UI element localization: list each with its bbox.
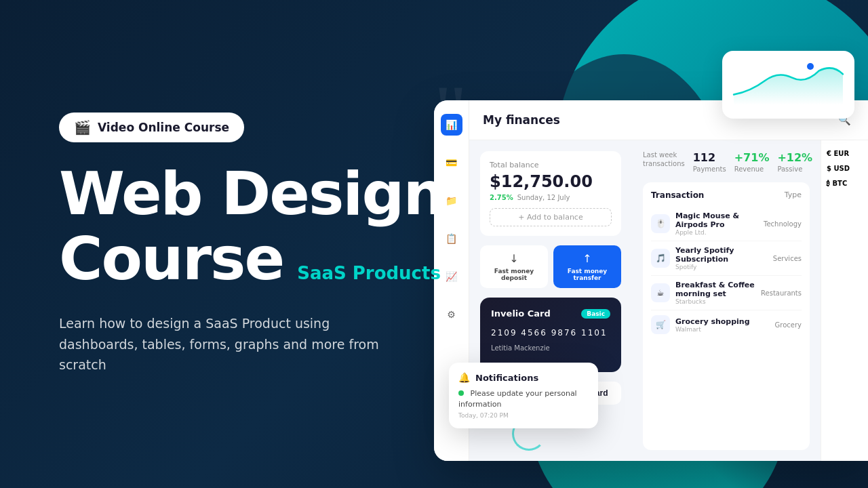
chart-dot — [807, 63, 814, 70]
stat-payments-value: 112 — [693, 151, 726, 164]
card-badge: Basic — [581, 309, 610, 319]
transactions-type-label: Type — [785, 190, 802, 200]
dashboard-right-panel: Last week transactions 112 Payments +71%… — [632, 140, 821, 461]
card-header: Invelio Card Basic — [491, 308, 610, 319]
stat-revenue-value: +71% — [734, 151, 770, 164]
stat-revenue: +71% Revenue — [734, 151, 770, 173]
transaction-icon-1: 🎵 — [651, 249, 670, 268]
transfer-label: Fast money transfer — [559, 268, 616, 281]
transaction-type-1: Services — [773, 255, 802, 262]
transaction-item-1[interactable]: 🎵 Yearly Spotify Subscription Spotify Se… — [651, 241, 802, 276]
stat-passive-label: Passive — [777, 165, 812, 173]
transaction-type-0: Technology — [764, 220, 802, 228]
transaction-item-2[interactable]: ☕ Breakfast & Coffee morning set Starbuc… — [651, 276, 802, 310]
transaction-info-3: Grocery shopping Walmart — [675, 317, 770, 333]
transactions-title: Transaction — [651, 190, 704, 200]
transfer-card[interactable]: ↑ Fast money transfer — [553, 245, 621, 288]
stat-transactions-label: Last week — [643, 151, 685, 159]
transaction-item-3[interactable]: 🛒 Grocery shopping Walmart Grocery — [651, 310, 802, 339]
currency-btc[interactable]: ₿ BTC — [827, 180, 863, 188]
transaction-icon-3: 🛒 — [651, 315, 670, 334]
transfer-icon: ↑ — [583, 252, 591, 265]
add-balance-button[interactable]: + Add to balance — [490, 208, 612, 226]
balance-card: Total balance $12,750.00 2.75% Sunday, 1… — [480, 151, 621, 236]
transaction-item[interactable]: 🖱️ Magic Mouse & Airpods Pro Apple Ltd. … — [651, 207, 802, 241]
hero-section: 🎬 Video Online Course Web Design Course … — [59, 0, 466, 488]
balance-change: 2.75% — [490, 194, 513, 201]
deposit-icon: ↓ — [509, 252, 518, 265]
transaction-name-0: Magic Mouse & Airpods Pro — [675, 211, 758, 229]
card-holder: Letitia Mackenzie — [491, 344, 610, 352]
card-name: Invelio Card — [491, 308, 551, 319]
transaction-type-2: Restaurants — [761, 289, 802, 297]
dashboard-title: My finances — [483, 113, 560, 127]
transaction-info-0: Magic Mouse & Airpods Pro Apple Ltd. — [675, 211, 758, 236]
transaction-name-3: Grocery shopping — [675, 317, 770, 326]
notification-message: Please update your personal information — [458, 388, 589, 409]
notification-popup: 🔔 Notifications Please update your perso… — [449, 363, 598, 428]
notification-time: Today, 07:20 PM — [458, 412, 589, 419]
balance-label: Total balance — [490, 161, 612, 169]
card-number: 2109 4566 9876 1101 — [491, 328, 610, 338]
transactions-header: Transaction Type — [651, 190, 802, 200]
transaction-info-1: Yearly Spotify Subscription Spotify — [675, 246, 768, 270]
action-cards: ↓ Fast money deposit ↑ Fast money transf… — [480, 245, 621, 288]
currency-eur[interactable]: € EUR — [827, 150, 863, 158]
deposit-label: Fast money deposit — [486, 268, 542, 281]
stat-passive-value: +12% — [777, 151, 812, 164]
deposit-card[interactable]: ↓ Fast money deposit — [480, 245, 548, 288]
chart-svg — [730, 59, 846, 106]
stat-payments: 112 Payments — [693, 151, 726, 173]
course-badge[interactable]: 🎬 Video Online Course — [59, 113, 244, 142]
btc-flag: ₿ BTC — [827, 180, 863, 187]
stats-row: Last week transactions 112 Payments +71%… — [643, 151, 810, 173]
title-line2: Course — [59, 229, 283, 289]
transaction-info-2: Breakfast & Coffee morning set Starbucks — [675, 281, 755, 305]
transaction-name-2: Breakfast & Coffee morning set — [675, 281, 755, 298]
title-line1: Web Design — [59, 164, 466, 224]
transaction-type-3: Grocery — [775, 321, 802, 329]
balance-meta: 2.75% Sunday, 12 July — [490, 194, 612, 201]
transaction-icon-0: 🖱️ — [651, 214, 670, 233]
notification-header: 🔔 Notifications — [458, 372, 589, 383]
transaction-sub-0: Apple Ltd. — [675, 229, 758, 236]
transaction-sub-3: Walmart — [675, 326, 770, 333]
stat-revenue-label: Revenue — [734, 165, 770, 173]
hero-subtitle: Learn how to design a SaaS Product using… — [59, 313, 412, 375]
balance-amount: $12,750.00 — [490, 172, 612, 191]
currency-usd[interactable]: $ USD — [827, 165, 863, 173]
stat-payments-label: Payments — [693, 165, 726, 173]
transactions-section: Transaction Type 🖱️ Magic Mouse & Airpod… — [643, 182, 810, 450]
transaction-icon-2: ☕ — [651, 283, 670, 302]
stat-transactions: Last week transactions — [643, 151, 685, 167]
eur-flag: € EUR — [827, 150, 863, 157]
usd-flag: $ USD — [827, 165, 863, 172]
notification-text: Please update your personal information — [458, 389, 577, 408]
stat-transactions-label2: transactions — [643, 160, 685, 167]
transaction-sub-1: Spotify — [675, 264, 768, 270]
badge-icon: 🎬 — [74, 119, 91, 136]
saas-tag: SaaS Products — [297, 263, 441, 283]
notification-title: Notifications — [475, 373, 538, 383]
balance-date: Sunday, 12 July — [517, 194, 570, 201]
transaction-name-1: Yearly Spotify Subscription — [675, 246, 768, 264]
chart-card — [722, 51, 854, 119]
currency-sidebar: € EUR $ USD ₿ BTC — [821, 140, 868, 461]
title-line2-row: Course SaaS Products — [59, 229, 466, 289]
credit-card: Invelio Card Basic 2109 4566 9876 1101 L… — [480, 298, 621, 372]
badge-label: Video Online Course — [98, 121, 229, 134]
stat-passive: +12% Passive — [777, 151, 812, 173]
transaction-sub-2: Starbucks — [675, 298, 755, 305]
